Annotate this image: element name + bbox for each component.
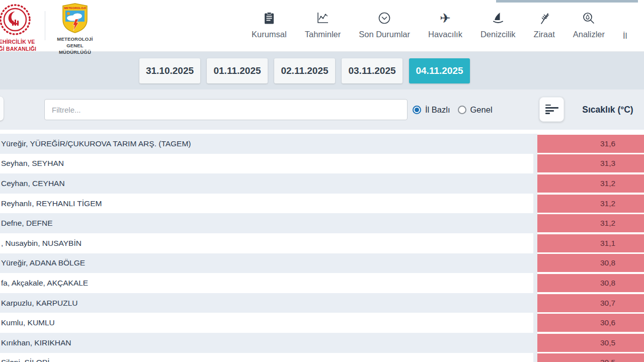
main-nav: Kurumsal Tahminler Son Duru xyxy=(252,0,627,52)
column-gap xyxy=(533,233,537,253)
nav-item-son-durumlar[interactable]: Son Durumlar xyxy=(359,12,410,41)
temp-value: 30,5 xyxy=(600,338,615,347)
temp-cell: 30,8 xyxy=(537,254,644,272)
nav-item-tahminler[interactable]: Tahminler xyxy=(305,12,341,41)
temp-value: 31,1 xyxy=(600,239,615,248)
location-cell: Defne, DEFNE xyxy=(0,213,533,233)
column-gap xyxy=(533,293,537,313)
temp-value: 31,3 xyxy=(600,159,615,168)
radio-unselected-icon xyxy=(458,106,466,114)
radio-selected-icon xyxy=(413,106,421,114)
table-row: Kumlu, KUMLU 30,6 xyxy=(0,313,644,333)
table-row: Kırıkhan, KIRIKHAN 30,5 xyxy=(0,333,644,353)
radio-label: İl Bazlı xyxy=(425,105,450,115)
nav-label: Havacılık xyxy=(428,30,462,39)
column-gap xyxy=(533,173,537,194)
nav-item-il-clipped[interactable]: İl xyxy=(623,12,627,41)
column-gap xyxy=(533,213,537,233)
nav-label: Analizler xyxy=(573,30,605,39)
wheat-icon xyxy=(538,12,550,25)
temp-column-cell: 31,2 xyxy=(537,213,644,233)
filter-input[interactable] xyxy=(44,99,408,120)
column-gap xyxy=(533,273,537,293)
column-gap xyxy=(533,194,537,214)
temp-column-cell: 30,7 xyxy=(537,293,644,313)
temp-value: 31,2 xyxy=(600,199,615,208)
temp-column-cell: 31,6 xyxy=(537,134,644,154)
temp-cell: 30,5 xyxy=(537,353,644,362)
nav-label: Kurumsal xyxy=(252,30,287,39)
table-row: fa, Akçakale, AKÇAKALE 30,8 xyxy=(0,273,644,293)
table-row: Silopi, SİLOPİ 30,5 xyxy=(0,353,644,362)
temp-column-cell: 31,1 xyxy=(537,233,644,253)
location-cell: Silopi, SİLOPİ xyxy=(0,353,533,362)
top-scrollbar-strip xyxy=(496,0,638,3)
location-cell: Seyhan, SEYHAN xyxy=(0,154,533,174)
circle-chevron-down-icon xyxy=(378,12,391,25)
location-cell: , Nusaybin, NUSAYBİN xyxy=(0,233,533,253)
sailboat-icon xyxy=(492,12,505,25)
radio-group: İl Bazlı Genel xyxy=(413,89,493,130)
date-tab-4-active[interactable]: 04.11.2025 xyxy=(409,58,470,83)
table-row: , Nusaybin, NUSAYBİN 31,1 xyxy=(0,233,644,253)
nav-item-havacilik[interactable]: ✈ Havacılık xyxy=(428,12,462,41)
table-row: Yüreğir, YÜREĞİR/ÇUKUROVA TARIM ARŞ. (TA… xyxy=(0,134,644,154)
temp-value: 31,6 xyxy=(600,139,615,148)
temp-column-cell: 30,5 xyxy=(537,333,644,353)
left-edge-button[interactable] xyxy=(0,97,4,121)
mgm-logo: METEOROLOJİ METEOROLOJİ GENEL MÜDÜRLÜĞÜ xyxy=(51,3,99,55)
forecast-chart-icon xyxy=(316,12,329,25)
nav-item-ziraat[interactable]: Ziraat xyxy=(534,12,555,41)
site-header: ŞEHİRCİLİK VE LİĞİ BAKANLIĞI METEOROLOJİ… xyxy=(0,0,644,52)
radio-genel[interactable]: Genel xyxy=(458,105,493,115)
location-cell: Kırıkhan, KIRIKHAN xyxy=(0,333,533,353)
location-cell: Yüreğir, YÜREĞİR/ÇUKUROVA TARIM ARŞ. (TA… xyxy=(0,134,533,154)
date-tabs: 31.10.2025 01.11.2025 02.11.2025 03.11.2… xyxy=(0,52,644,89)
radio-il-bazli[interactable]: İl Bazlı xyxy=(413,105,450,115)
column-gap xyxy=(533,333,537,353)
temp-cell: 31,2 xyxy=(537,195,644,213)
date-tab-2[interactable]: 02.11.2025 xyxy=(274,58,335,83)
nav-item-denizcilik[interactable]: Denizcilik xyxy=(480,12,516,41)
date-tab-3[interactable]: 03.11.2025 xyxy=(342,58,403,83)
temp-cell: 30,7 xyxy=(537,294,644,312)
table-top-spacer xyxy=(0,130,644,134)
ministry-emblem-icon xyxy=(0,4,31,36)
sort-button[interactable] xyxy=(539,97,564,122)
date-tab-0[interactable]: 31.10.2025 xyxy=(139,58,200,83)
ministry-logo-text: ŞEHİRCİLİK VE LİĞİ BAKANLIĞI xyxy=(0,39,50,52)
column-gap xyxy=(533,134,537,154)
mgm-shield-icon: METEOROLOJİ xyxy=(61,3,89,33)
location-cell: Karpuzlu, KARPUZLU xyxy=(0,293,533,313)
location-cell: Yüreğir, ADANA BÖLGE xyxy=(0,253,533,274)
location-cell: Ceyhan, CEYHAN xyxy=(0,173,533,194)
column-gap xyxy=(533,154,537,174)
temp-column-cell: 30,5 xyxy=(537,353,644,362)
column-gap xyxy=(533,313,537,333)
nav-label: Denizcilik xyxy=(480,30,516,39)
temp-cell: 31,3 xyxy=(537,154,644,172)
location-cell: Reyhanlı, REYHANLI TİGEM xyxy=(0,194,533,214)
column-gap xyxy=(533,253,537,274)
temp-value: 30,7 xyxy=(600,299,615,308)
analysis-magnifier-icon xyxy=(582,12,595,25)
ministry-logo: ŞEHİRCİLİK VE LİĞİ BAKANLIĞI xyxy=(0,4,50,52)
date-tab-1[interactable]: 01.11.2025 xyxy=(207,58,268,83)
temp-cell: 30,6 xyxy=(537,314,644,332)
temp-column-cell: 31,2 xyxy=(537,194,644,214)
table-row: Yüreğir, ADANA BÖLGE 30,8 xyxy=(0,253,644,274)
sort-descending-icon xyxy=(545,105,558,115)
svg-text:METEOROLOJİ: METEOROLOJİ xyxy=(64,7,86,10)
temp-column-cell: 30,8 xyxy=(537,273,644,293)
table-row: Seyhan, SEYHAN 31,3 xyxy=(0,154,644,174)
temp-value: 30,8 xyxy=(600,258,615,267)
table-row: Defne, DEFNE 31,2 xyxy=(0,213,644,233)
nav-label: Tahminler xyxy=(305,30,341,39)
temp-cell: 30,8 xyxy=(537,274,644,292)
temp-cell: 31,2 xyxy=(537,174,644,193)
nav-item-analizler[interactable]: Analizler xyxy=(573,12,605,41)
nav-item-kurumsal[interactable]: Kurumsal xyxy=(252,12,287,41)
temp-cell: 31,6 xyxy=(537,135,644,153)
temp-column-cell: 31,3 xyxy=(537,154,644,174)
mgm-logo-text: METEOROLOJİ GENEL MÜDÜRLÜĞÜ xyxy=(51,36,99,55)
